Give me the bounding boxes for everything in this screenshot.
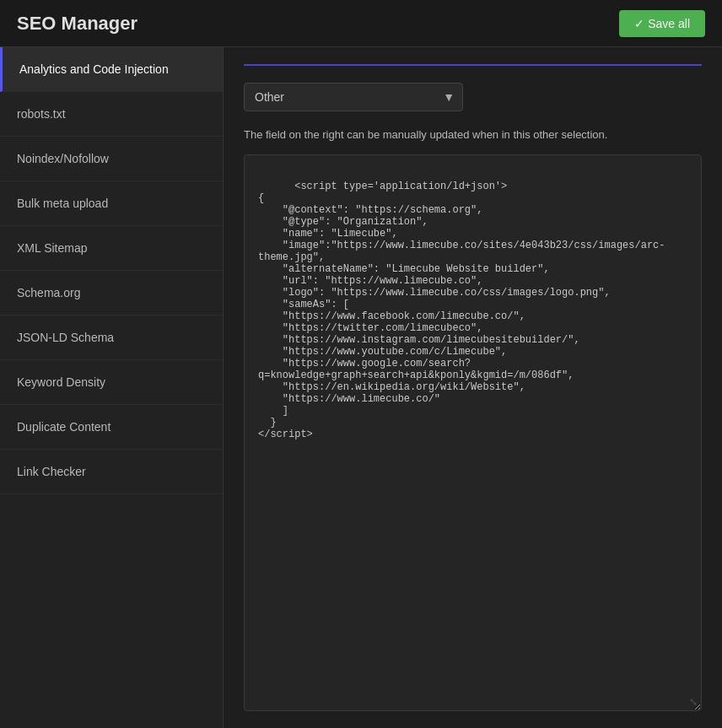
main-layout: Analytics and Code Injection robots.txt … <box>0 47 722 728</box>
app-title: SEO Manager <box>17 13 137 35</box>
resize-handle-icon: ⤡ <box>689 696 698 709</box>
sidebar-item-xml-sitemap[interactable]: XML Sitemap <box>0 226 223 271</box>
dropdown-container: Other Google Analytics Google Tag Manage… <box>244 83 463 111</box>
sidebar-item-link-checker[interactable]: Link Checker <box>0 450 223 494</box>
sidebar-item-keyword-density[interactable]: Keyword Density <box>0 360 223 405</box>
sidebar: Analytics and Code Injection robots.txt … <box>0 47 224 728</box>
sidebar-item-json-ld[interactable]: JSON-LD Schema <box>0 315 223 360</box>
top-divider <box>244 64 702 66</box>
sidebar-item-noindex[interactable]: Noindex/Nofollow <box>0 137 223 181</box>
sidebar-item-robots[interactable]: robots.txt <box>0 92 223 137</box>
save-button[interactable]: ✓ Save all <box>619 10 705 37</box>
helper-text: The field on the right can be manually u… <box>244 128 702 141</box>
sidebar-item-bulk-meta[interactable]: Bulk meta upload <box>0 181 223 226</box>
sidebar-item-schema-org[interactable]: Schema.org <box>0 271 223 315</box>
type-dropdown[interactable]: Other Google Analytics Google Tag Manage… <box>244 83 463 111</box>
code-editor[interactable]: <script type='application/ld+json'> { "@… <box>244 154 702 711</box>
content-area: Other Google Analytics Google Tag Manage… <box>224 47 722 728</box>
header: SEO Manager ✓ Save all <box>0 0 722 47</box>
sidebar-item-analytics[interactable]: Analytics and Code Injection <box>0 47 223 92</box>
sidebar-item-duplicate-content[interactable]: Duplicate Content <box>0 405 223 450</box>
